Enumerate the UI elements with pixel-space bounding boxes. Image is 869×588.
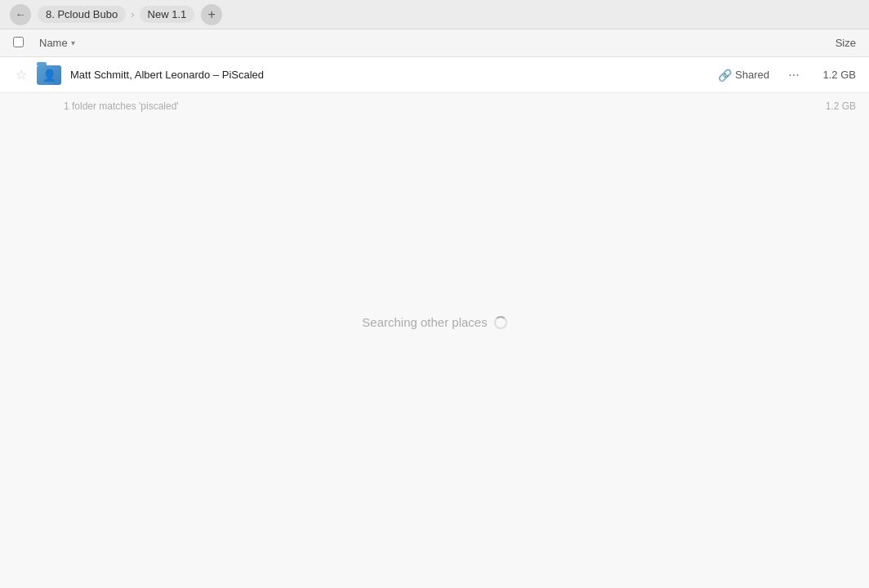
loading-spinner	[494, 316, 507, 329]
size-column-header: Size	[836, 37, 856, 49]
file-size: 1.2 GB	[815, 69, 856, 81]
folder-icon-wrapper: 👤	[36, 62, 62, 88]
summary-size: 1.2 GB	[815, 100, 856, 112]
name-column-label: Name	[39, 37, 68, 49]
add-button[interactable]: +	[201, 4, 222, 25]
name-sort-arrow: ▾	[71, 38, 75, 47]
file-name: Matt Schmitt, Albert Leonardo – PiScaled	[70, 69, 718, 81]
top-bar: ← 8. Pcloud Bubo › New 1.1 +	[0, 0, 869, 29]
summary-text: 1 folder matches 'piscaled'	[13, 100, 815, 112]
header-checkbox-area	[13, 37, 33, 50]
select-all-checkbox[interactable]	[13, 37, 24, 47]
more-options-button[interactable]: ···	[782, 64, 805, 87]
summary-row: 1 folder matches 'piscaled' 1.2 GB	[0, 93, 869, 119]
link-icon: 🔗	[718, 69, 732, 82]
back-button[interactable]: ←	[10, 4, 31, 25]
shared-label: Shared	[735, 69, 769, 81]
column-headers: Name ▾ Size	[0, 29, 869, 57]
shared-badge: 🔗 Shared	[718, 69, 769, 82]
breadcrumb-pcloud[interactable]: 8. Pcloud Bubo	[38, 6, 126, 23]
folder-person-icon: 👤	[42, 69, 56, 82]
folder-icon: 👤	[37, 65, 61, 85]
name-column-header[interactable]: Name ▾	[39, 37, 75, 49]
breadcrumb-separator: ›	[131, 8, 134, 20]
main-content: Name ▾ Size ☆ 👤 Matt Schmitt, Albert Leo…	[0, 29, 869, 588]
searching-area: Searching other places	[0, 315, 869, 329]
searching-text: Searching other places	[362, 315, 487, 329]
file-row[interactable]: ☆ 👤 Matt Schmitt, Albert Leonardo – PiSc…	[0, 57, 869, 93]
breadcrumb-new11[interactable]: New 1.1	[140, 6, 195, 23]
star-icon[interactable]: ☆	[13, 67, 29, 82]
